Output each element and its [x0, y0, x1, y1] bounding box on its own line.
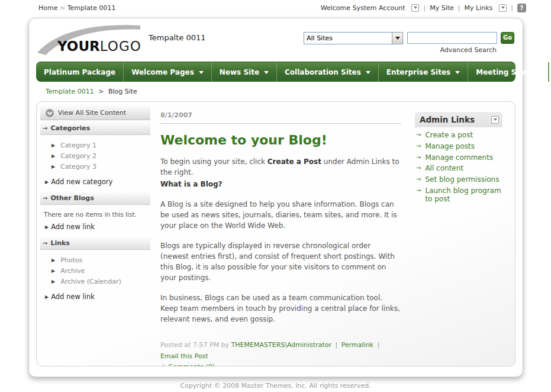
comments-link[interactable]: Comments (0)	[168, 363, 215, 367]
site-logo[interactable]: YOURLOGO	[36, 22, 146, 57]
add-new-link-other-blogs[interactable]: ▶ Add new link	[40, 223, 150, 231]
admin-link-set-blog-permissions[interactable]: → Set blog permissions	[416, 176, 502, 184]
post-paragraph-2: A Blog is a site designed to help you sh…	[160, 199, 401, 231]
link-arrow-icon: →	[416, 154, 421, 162]
section-arrow-icon: →	[43, 240, 47, 246]
email-this-post-link[interactable]: Email this Post	[160, 352, 208, 360]
empty-list-message: There are no items in this list.	[40, 211, 150, 218]
section-title: Links	[50, 239, 69, 247]
search-scope-select[interactable]: All Sites	[304, 32, 403, 44]
section-title: Categories	[50, 124, 90, 132]
logo-text-your: YOUR	[57, 38, 100, 54]
author-link[interactable]: THEMEMASTERS\Administrator	[231, 341, 331, 349]
sidebar-item-label: Archive (Calendar)	[60, 278, 121, 285]
sidebar-section-categories[interactable]: → Categories	[40, 122, 150, 135]
link-arrow-icon: →	[416, 187, 421, 204]
admin-link-label: Manage comments	[425, 154, 493, 162]
breadcrumb-parent-link[interactable]: Template 0011	[46, 88, 94, 95]
create-a-post-emphasis: Create a Post	[268, 158, 321, 166]
browser-top-bar: Home > Template 0011 Welcome System Acco…	[0, 0, 551, 15]
sidebar-item-label: Category 2	[60, 152, 96, 160]
menu-separator: |	[458, 4, 460, 12]
post-paragraph-3: Blogs are typically displayed in reverse…	[160, 240, 401, 283]
my-site-link[interactable]: My Site	[430, 4, 454, 12]
add-new-link-links[interactable]: ▶ Add new link	[40, 293, 150, 301]
link-arrow-icon: →	[416, 176, 421, 184]
logo-text: YOURLOGO	[57, 38, 141, 54]
sidebar-section-links[interactable]: → Links	[40, 237, 150, 250]
nav-tab-welcome-pages[interactable]: Welcome Pages	[124, 62, 212, 82]
nav-tab-label: News Site	[220, 68, 259, 76]
posted-at-text: Posted at 7:57 PM by	[160, 341, 231, 349]
page-breadcrumb: Template 0011 > Blog Site	[46, 88, 137, 95]
logo-text-logo: LOGO	[100, 38, 141, 54]
breadcrumb-home-link[interactable]: Home	[38, 4, 57, 12]
admin-link-label: Create a post	[425, 131, 473, 140]
welcome-account-menu[interactable]: Welcome System Account	[321, 4, 405, 12]
admin-link-create-a-post[interactable]: → Create a post	[416, 131, 502, 140]
sidebar-item-label: Photos	[60, 256, 82, 264]
add-new-category-link[interactable]: ▶ Add new category	[40, 178, 150, 186]
bullet-icon: ▶	[45, 224, 49, 230]
bullet-icon: ▶	[51, 279, 55, 284]
add-action-label: Add new category	[51, 178, 112, 186]
meta-separator: |	[377, 341, 379, 349]
admin-panel-dropdown-icon[interactable]	[491, 116, 499, 124]
bullet-icon: ▶	[51, 258, 55, 263]
breadcrumb-separator: >	[60, 4, 65, 12]
link-arrow-icon: →	[416, 165, 421, 173]
site-actions-button[interactable]: Site Actions	[549, 62, 551, 82]
search-area: All Sites Go Advanced Search	[304, 32, 514, 54]
search-input[interactable]	[407, 32, 497, 44]
breadcrumb-current-page: Blog Site	[108, 88, 137, 95]
search-go-button[interactable]: Go	[501, 32, 514, 44]
nav-tab-meeting-sites[interactable]: Meeting Sites	[468, 62, 549, 82]
bullet-icon: ▶	[51, 153, 55, 159]
sidebar-item-category-2[interactable]: ▶ Category 2	[40, 150, 150, 161]
bullet-icon: ▶	[45, 294, 49, 300]
add-action-label: Add new link	[51, 223, 95, 231]
intro-text: To begin using your site, click	[160, 158, 268, 166]
admin-links-list: → Create a post → Manage posts → Manage …	[415, 127, 502, 204]
admin-link-label: Launch blog program to post	[425, 187, 502, 204]
sidebar-section-other-blogs[interactable]: → Other Blogs	[40, 192, 150, 205]
advanced-search-link[interactable]: Advanced Search	[407, 46, 514, 54]
nav-tab-platinum-package[interactable]: Platinum Package	[36, 62, 124, 82]
categories-list: ▶ Category 1 ▶ Category 2 ▶ Category 3	[40, 135, 150, 173]
add-action-label: Add new link	[51, 293, 95, 301]
sidebar-item-archive[interactable]: ▶ Archive	[40, 265, 150, 276]
bullet-icon: ▶	[51, 143, 55, 148]
sidebar-item-category-3[interactable]: ▶ Category 3	[40, 161, 150, 172]
admin-link-manage-posts[interactable]: → Manage posts	[416, 143, 502, 151]
admin-link-label: All content	[425, 165, 463, 173]
my-links-menu[interactable]: My Links	[465, 4, 493, 12]
nav-tab-label: Enterprise Sites	[386, 68, 450, 76]
account-dropdown-icon[interactable]	[411, 4, 419, 12]
my-links-dropdown-icon[interactable]	[499, 4, 507, 12]
view-all-label: View All Site Content	[58, 109, 126, 117]
help-icon[interactable]: ?	[517, 4, 526, 12]
nav-tab-news-site[interactable]: News Site	[212, 62, 277, 82]
admin-link-launch-blog-program[interactable]: → Launch blog program to post	[416, 187, 502, 204]
bullet-icon: ▶	[51, 268, 55, 274]
link-arrow-icon: →	[416, 131, 421, 140]
permalink-link[interactable]: Permalink	[341, 341, 373, 349]
nav-tab-collaboration-sites[interactable]: Collaboration Sites	[277, 62, 379, 82]
sidebar-item-label: Category 1	[60, 142, 96, 149]
select-dropdown-icon[interactable]	[392, 33, 402, 44]
breadcrumb-separator: >	[98, 88, 104, 95]
page-card: YOURLOGO Tempalte 0011 All Sites Go Adva…	[28, 18, 523, 377]
admin-link-all-content[interactable]: → All content	[416, 165, 502, 173]
section-title: Other Blogs	[50, 194, 94, 202]
view-all-site-content-button[interactable]: View All Site Content	[40, 106, 150, 120]
sidebar-item-category-1[interactable]: ▶ Category 1	[40, 140, 150, 150]
blog-post-article: 8/1/2007 Welcome to your Blog! To begin …	[150, 102, 415, 366]
nav-tab-enterprise-sites[interactable]: Enterprise Sites	[379, 62, 468, 82]
sidebar-item-label: Category 3	[60, 163, 96, 171]
sidebar-item-photos[interactable]: ▶ Photos	[40, 255, 150, 265]
admin-link-manage-comments[interactable]: → Manage comments	[416, 154, 502, 162]
links-list: ▶ Photos ▶ Archive ▶ Archive (Calendar)	[40, 250, 150, 288]
link-arrow-icon: →	[416, 143, 421, 151]
sidebar-item-archive-calendar[interactable]: ▶ Archive (Calendar)	[40, 276, 150, 287]
page-title: Tempalte 0011	[149, 33, 206, 42]
